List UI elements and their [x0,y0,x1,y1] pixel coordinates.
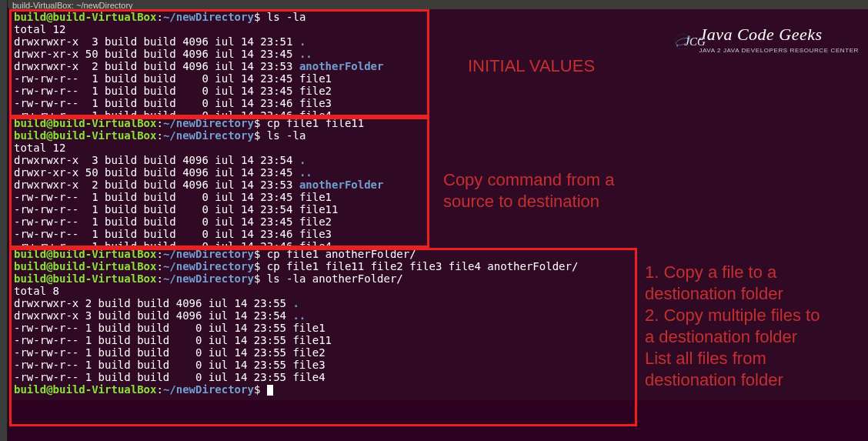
cursor-icon [267,385,273,396]
prompt-user: build [14,11,46,23]
output-line: -rw-rw-r-- 1 build build 0 iul 14 23:46 … [14,228,863,240]
annotation-label-2: Copy command from a source to destinatio… [443,169,615,212]
output-line: -rw-rw-r-- 1 build build 0 iul 14 23:46 … [14,97,863,109]
output-line: drwxrwxr-x 3 build build 4096 iul 14 23:… [14,154,863,166]
jcg-logo-subtitle: Java 2 Java Developers Resource Center [699,45,859,57]
prompt-host: build-VirtualBox [53,11,157,23]
annotation-label-3: 1. Copy a file to a destionation folder … [645,262,820,391]
jcg-logo-icon: JCG [674,21,691,62]
prompt-line[interactable]: build@build-VirtualBox:~/newDirectory$ c… [14,248,863,260]
output-line: -rw-rw-r-- 1 build build 0 iul 14 23:54 … [14,203,863,215]
file-name: file1 [299,72,332,85]
prompt-path: ~/newDirectory [163,11,254,23]
output-line: -rw-rw-r-- 1 build build 0 iul 14 23:45 … [14,215,863,228]
annotation-label-1: INITIAL VALUES [468,55,595,77]
prompt-at: @ [46,11,52,23]
unity-launcher [0,0,8,441]
output-line: -rw-rw-r-- 1 build build 0 iul 14 23:46 … [14,240,863,248]
output-line: -rw-rw-r-- 1 build build 0 iul 14 23:46 … [14,109,863,117]
output-line: drwxr-xr-x 50 build build 4096 iul 14 23… [14,166,863,179]
command-text: ls -la [267,129,306,142]
command-text: cp file1 file11 [267,117,364,129]
window-title: build-VirtualBox: ~/newDirectory [12,1,133,9]
jcg-logo-text: Java Code Geeks Java 2 Java Developers R… [699,26,859,57]
prompt-line[interactable]: build@build-VirtualBox:~/newDirectory$ l… [14,129,863,142]
output-line: -rw-rw-r-- 1 build build 0 iul 14 23:45 … [14,191,863,203]
jcg-logo-initials: JCG [684,35,706,48]
window-titlebar: build-VirtualBox: ~/newDirectory [8,0,868,9]
prompt-colon: : [156,11,162,23]
prompt-line[interactable]: build@build-VirtualBox:~/newDirectory$ c… [14,117,863,129]
output-line: -rw-rw-r-- 1 build build 0 iul 14 23:45 … [14,85,863,97]
file-name: file2 [299,85,332,97]
dir-name: .. [299,48,312,60]
command-text: ls -la anotherFolder/ [267,272,403,285]
command-text: cp file1 file11 file2 file3 file4 anothe… [267,260,579,272]
command-text: ls -la [267,11,306,23]
dir-name: anotherFolder [299,60,384,72]
output-line: drwxrwxr-x 2 build build 4096 iul 14 23:… [14,179,863,191]
prompt-dollar: $ [254,11,260,23]
file-name: file4 [299,109,332,117]
jcg-logo-title: Java Code Geeks [699,26,859,43]
command-text: cp file1 anotherFolder/ [267,248,416,260]
file-name: file3 [299,97,332,109]
output-line: total 12 [14,142,863,154]
output-line: -rw-rw-r-- 1 build build 0 iul 14 23:45 … [14,72,863,85]
jcg-logo: JCG Java Code Geeks Java 2 Java Develope… [674,20,859,63]
dir-name: . [299,35,305,48]
